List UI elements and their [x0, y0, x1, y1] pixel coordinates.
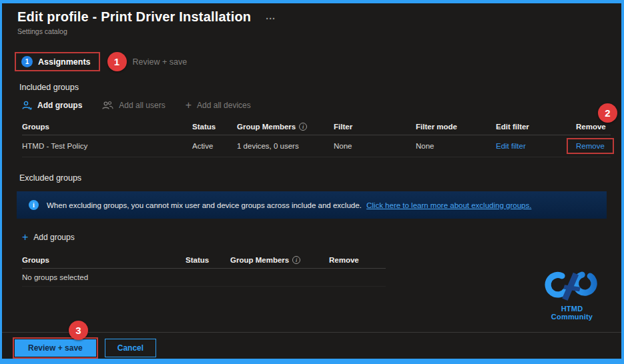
plus-icon: + [186, 101, 192, 109]
included-groups-heading: Included groups [19, 83, 621, 92]
annotation-badge-2: 2 [598, 103, 617, 123]
excluded-groups-heading: Excluded groups [19, 173, 621, 183]
included-table-row: HTMD - Test Policy Active 1 devices, 0 u… [22, 135, 611, 157]
cell-filter: None [334, 142, 416, 150]
page-title: Edit profile - Print Driver Installation [17, 9, 251, 25]
no-groups-selected-row: No groups selected [22, 269, 386, 287]
page-header: Edit profile - Print Driver Installation… [2, 3, 621, 35]
col-groups-header: Groups [22, 256, 186, 264]
htmd-logo: HTMD Community [540, 269, 604, 321]
col-remove-header: Remove [329, 256, 386, 264]
cell-group-name: HTMD - Test Policy [22, 142, 192, 150]
htmd-logo-text: HTMD Community [540, 305, 604, 321]
people-icon [102, 101, 113, 110]
banner-text: When excluding groups, you cannot mix us… [47, 201, 531, 209]
wizard-tabbar: 1 Assignments 1 Review + save [15, 52, 621, 71]
tab-assignments-label: Assignments [38, 57, 91, 67]
tab-assignments[interactable]: 1 Assignments [15, 52, 100, 71]
excluded-groups-table: Groups Status Group Members i Remove No … [22, 252, 386, 287]
step-1-icon: 1 [21, 56, 33, 67]
profile-type-subtitle: Settings catalog [17, 27, 621, 35]
add-groups-button[interactable]: Add groups [22, 101, 82, 110]
cell-filter-mode: None [416, 142, 496, 150]
exclude-info-banner: i When excluding groups, you cannot mix … [17, 191, 607, 219]
cell-status: Active [192, 142, 237, 150]
add-all-users-label: Add all users [119, 101, 165, 110]
add-groups-label: Add groups [37, 101, 82, 110]
col-status-header: Status [192, 123, 237, 131]
annotation-badge-3: 3 [69, 321, 88, 340]
add-all-devices-label: Add all devices [197, 101, 251, 110]
htmd-logo-icon [541, 269, 603, 303]
more-options-icon[interactable]: ... [266, 11, 276, 21]
tab-review-save[interactable]: Review + save [133, 57, 188, 67]
col-remove-header: Remove [576, 123, 611, 131]
group-members-info-icon[interactable]: i [292, 256, 300, 264]
footer-bar: Review + save Cancel [2, 332, 621, 359]
info-icon: i [29, 200, 39, 210]
cell-group-members: 1 devices, 0 users [237, 142, 334, 150]
edit-profile-window: Edit profile - Print Driver Installation… [0, 0, 624, 364]
col-group-members-header: Group Members i [230, 256, 329, 264]
col-group-members-header: Group Members i [237, 123, 334, 131]
excluded-table-header-row: Groups Status Group Members i Remove [22, 252, 386, 269]
included-groups-table: Groups Status Group Members i Filter Fil… [22, 119, 611, 157]
col-status-header: Status [186, 256, 230, 264]
person-add-icon [22, 101, 32, 110]
col-filter-mode-header: Filter mode [416, 123, 496, 131]
included-table-header-row: Groups Status Group Members i Filter Fil… [22, 119, 611, 135]
add-all-devices-button[interactable]: + Add all devices [186, 101, 251, 110]
annotation-badge-1: 1 [107, 52, 127, 71]
included-groups-toolbar: Add groups Add all users + Add all devic… [22, 101, 621, 110]
cancel-button[interactable]: Cancel [105, 339, 156, 357]
col-filter-header: Filter [334, 123, 416, 131]
add-all-users-button[interactable]: Add all users [102, 101, 165, 110]
add-groups-excluded-button[interactable]: + Add groups [22, 233, 75, 242]
review-save-button[interactable]: Review + save [15, 339, 96, 357]
col-edit-filter-header: Edit filter [496, 123, 576, 131]
excluding-groups-learn-more-link[interactable]: Click here to learn more about excluding… [366, 201, 531, 209]
group-members-info-icon[interactable]: i [299, 123, 307, 131]
excluded-groups-toolbar: + Add groups [22, 233, 621, 242]
remove-link[interactable]: Remove [567, 138, 614, 154]
edit-filter-link[interactable]: Edit filter [496, 142, 526, 150]
add-groups-excluded-label: Add groups [33, 233, 74, 242]
col-groups-header: Groups [22, 123, 192, 131]
plus-icon: + [22, 233, 28, 241]
